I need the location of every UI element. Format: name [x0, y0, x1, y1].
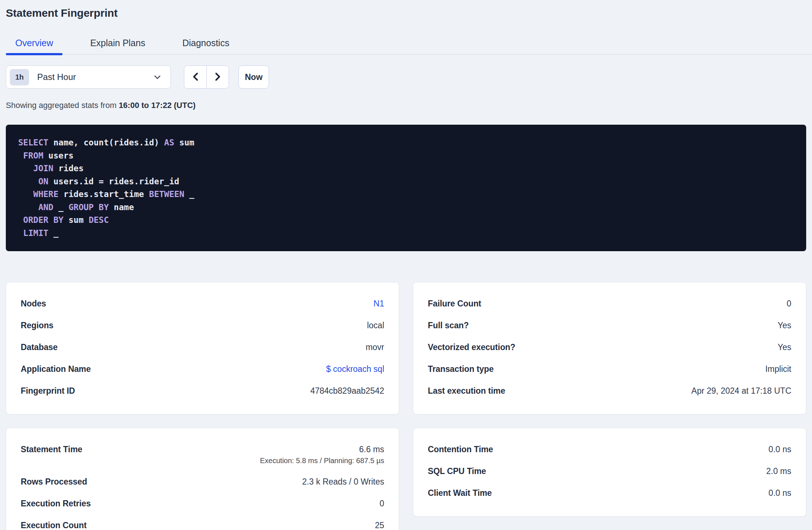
interval-badge: 1h [10, 69, 29, 85]
kv-label: Execution Count [21, 520, 97, 530]
kv-value: 2.0 ms [766, 466, 791, 476]
kv-row: SQL CPU Time2.0 ms [428, 466, 791, 476]
kv-value-link[interactable]: N1 [374, 298, 384, 309]
sql-statement-box: SELECT name, count(rides.id) AS sum FROM… [6, 125, 806, 251]
page-title: Statement Fingerprint [6, 6, 806, 20]
sql-line: FROM users [18, 149, 794, 162]
chevron-left-icon [191, 71, 200, 83]
chevron-right-icon [213, 71, 222, 83]
previous-interval-button[interactable] [184, 66, 206, 88]
sql-line: WHERE rides.start_time BETWEEN _ [18, 188, 794, 201]
kv-row: Regionslocal [21, 320, 384, 330]
tab-diagnostics[interactable]: Diagnostics [173, 35, 239, 54]
kv-label: Rows Processed [21, 477, 98, 487]
sql-line: JOIN rides [18, 162, 794, 175]
kv-row: Transaction typeImplicit [428, 364, 791, 374]
kv-row: Failure Count0 [428, 298, 791, 309]
kv-label: Regions [21, 320, 64, 330]
kv-subvalue: Execution: 5.8 ms / Planning: 687.5 µs [21, 457, 384, 465]
kv-label: Application Name [21, 364, 102, 374]
kv-value: 0 [787, 298, 791, 309]
metrics-cards-row: Statement Time6.6 msExecution: 5.8 ms / … [6, 428, 806, 530]
timing-metrics-card: Contention Time0.0 nsSQL CPU Time2.0 msC… [413, 428, 806, 517]
tab-overview[interactable]: Overview [6, 35, 63, 54]
kv-row: Databasemovr [21, 342, 384, 352]
kv-label: Failure Count [428, 298, 492, 309]
time-interval-select[interactable]: 1h Past Hour [6, 65, 171, 89]
kv-label: Vectorized execution? [428, 342, 526, 352]
kv-label: SQL CPU Time [428, 466, 497, 476]
kv-value: Yes [777, 342, 791, 352]
kv-label: Full scan? [428, 320, 480, 330]
kv-value: Yes [777, 320, 791, 330]
kv-value: 6.6 ms [359, 444, 384, 454]
kv-row: Vectorized execution?Yes [428, 342, 791, 352]
kv-value: Implicit [765, 364, 791, 374]
kv-value: 25 [375, 520, 384, 530]
statement-metrics-card: Statement Time6.6 msExecution: 5.8 ms / … [6, 428, 399, 530]
sql-line: ORDER BY sum DESC [18, 214, 794, 227]
kv-row: Fingerprint ID4784cb829aab2542 [21, 386, 384, 396]
sql-line: AND _ GROUP BY name [18, 201, 794, 214]
kv-row: Execution Retries0 [21, 498, 384, 509]
kv-row: Full scan?Yes [428, 320, 791, 330]
kv-label: Contention Time [428, 444, 504, 454]
kv-row: Client Wait Time0.0 ns [428, 488, 791, 498]
kv-label: Nodes [21, 298, 57, 309]
kv-value-link[interactable]: $ cockroach sql [326, 364, 384, 374]
kv-label: Execution Retries [21, 498, 102, 509]
time-step-button-group [184, 65, 229, 89]
statement-details-card: NodesN1RegionslocalDatabasemovrApplicati… [6, 282, 399, 414]
tabs-bar: OverviewExplain PlansDiagnostics [6, 35, 812, 55]
time-picker-row: 1h Past Hour Now [6, 65, 806, 89]
kv-value: 4784cb829aab2542 [310, 386, 384, 396]
kv-row: Application Name$ cockroach sql [21, 364, 384, 374]
kv-row: Execution Count25 [21, 520, 384, 530]
kv-value: 0.0 ns [768, 488, 791, 498]
kv-value: Apr 29, 2024 at 17:18 UTC [691, 386, 791, 396]
kv-label: Transaction type [428, 364, 505, 374]
aggregated-stats-line: Showing aggregated stats from 16:00 to 1… [6, 100, 806, 110]
details-cards-row: NodesN1RegionslocalDatabasemovrApplicati… [6, 282, 806, 414]
kv-value: 0 [379, 498, 384, 509]
kv-row: Statement Time6.6 msExecution: 5.8 ms / … [21, 444, 384, 465]
kv-label: Fingerprint ID [21, 386, 86, 396]
stats-line-prefix: Showing aggregated stats from [6, 101, 119, 110]
tab-explain-plans[interactable]: Explain Plans [81, 35, 154, 54]
now-button[interactable]: Now [238, 65, 269, 89]
kv-label: Database [21, 342, 68, 352]
kv-row: Rows Processed2.3 k Reads / 0 Writes [21, 477, 384, 487]
kv-value: movr [366, 342, 384, 352]
kv-label: Statement Time [21, 444, 93, 454]
sql-line: LIMIT _ [18, 227, 794, 240]
sql-line: SELECT name, count(rides.id) AS sum [18, 136, 794, 149]
next-interval-button[interactable] [206, 66, 229, 88]
execution-attributes-card: Failure Count0Full scan?YesVectorized ex… [413, 282, 806, 414]
stats-line-range: 16:00 to 17:22 (UTC) [119, 101, 196, 110]
kv-value: local [367, 320, 384, 330]
sql-line: ON users.id = rides.rider_id [18, 175, 794, 188]
kv-label: Last execution time [428, 386, 516, 396]
time-interval-label: Past Hour [37, 72, 76, 82]
kv-value: 2.3 k Reads / 0 Writes [302, 477, 384, 487]
kv-value: 0.0 ns [768, 444, 791, 454]
chevron-down-icon [153, 73, 162, 81]
kv-row: NodesN1 [21, 298, 384, 309]
kv-label: Client Wait Time [428, 488, 503, 498]
kv-row: Last execution timeApr 29, 2024 at 17:18… [428, 386, 791, 396]
kv-row: Contention Time0.0 ns [428, 444, 791, 454]
